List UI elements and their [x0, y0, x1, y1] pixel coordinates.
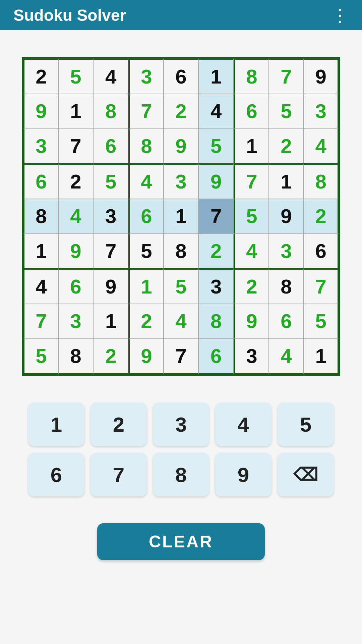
grid-cell[interactable]: 4	[93, 58, 128, 94]
grid-cell[interactable]: 1	[58, 94, 94, 128]
grid-cell[interactable]: 3	[23, 129, 58, 163]
grid-cell[interactable]: 3	[58, 304, 94, 338]
grid-cell[interactable]: 7	[128, 94, 164, 128]
grid-cell[interactable]: 2	[198, 234, 234, 268]
numpad-btn-3[interactable]: 3	[153, 402, 209, 446]
grid-cell[interactable]: 6	[23, 163, 58, 199]
grid-cell[interactable]: 7	[164, 339, 199, 374]
grid-cell[interactable]: 3	[234, 339, 269, 374]
grid-cell[interactable]: 7	[304, 268, 339, 304]
numpad-btn-5[interactable]: 5	[278, 402, 334, 446]
grid-cell[interactable]: 6	[58, 268, 94, 304]
app-title: Sudoku Solver	[13, 6, 126, 24]
grid-cell[interactable]: 1	[234, 129, 269, 163]
grid-cell[interactable]: 9	[234, 304, 269, 338]
grid-cell[interactable]: 2	[234, 268, 269, 304]
grid-cell[interactable]: 8	[58, 339, 94, 374]
grid-cell[interactable]: 7	[198, 199, 234, 233]
grid-cell[interactable]: 5	[198, 129, 234, 163]
numpad: 12345 6789⌫	[22, 402, 340, 496]
grid-cell[interactable]: 1	[304, 339, 339, 374]
grid-cell[interactable]: 4	[58, 199, 94, 233]
grid-cell[interactable]: 7	[58, 129, 94, 163]
app-header: Sudoku Solver ⋮	[0, 0, 362, 30]
grid-cell[interactable]: 1	[128, 268, 164, 304]
numpad-btn-8[interactable]: 8	[153, 453, 209, 496]
grid-cell[interactable]: 5	[58, 58, 94, 94]
grid-cell[interactable]: 2	[269, 129, 304, 163]
grid-cell[interactable]: 8	[128, 129, 164, 163]
numpad-backspace-btn[interactable]: ⌫	[278, 453, 334, 496]
grid-cell[interactable]: 2	[128, 304, 164, 338]
numpad-btn-4[interactable]: 4	[215, 402, 272, 446]
grid-cell[interactable]: 5	[234, 199, 269, 233]
grid-cell[interactable]: 4	[198, 94, 234, 128]
grid-cell[interactable]: 8	[93, 94, 128, 128]
grid-cell[interactable]: 8	[198, 304, 234, 338]
grid-cell[interactable]: 2	[23, 58, 58, 94]
grid-cell[interactable]: 2	[58, 163, 94, 199]
grid-cell[interactable]: 1	[269, 163, 304, 199]
grid-cell[interactable]: 7	[269, 58, 304, 94]
grid-cell[interactable]: 9	[304, 58, 339, 94]
grid-cell[interactable]: 5	[93, 163, 128, 199]
grid-cell[interactable]: 3	[164, 163, 199, 199]
grid-cell[interactable]: 3	[128, 58, 164, 94]
grid-cell[interactable]: 1	[198, 58, 234, 94]
grid-cell[interactable]: 3	[304, 94, 339, 128]
numpad-btn-2[interactable]: 2	[90, 402, 147, 446]
grid-cell[interactable]: 7	[23, 304, 58, 338]
grid-cell[interactable]: 6	[234, 94, 269, 128]
grid-cell[interactable]: 9	[128, 339, 164, 374]
grid-cell[interactable]: 2	[93, 339, 128, 374]
grid-cell[interactable]: 5	[304, 304, 339, 338]
grid-cell[interactable]: 3	[93, 199, 128, 233]
grid-cell[interactable]: 4	[234, 234, 269, 268]
grid-cell[interactable]: 4	[128, 163, 164, 199]
grid-cell[interactable]: 1	[23, 234, 58, 268]
grid-cell[interactable]: 5	[164, 268, 199, 304]
grid-cell[interactable]: 7	[234, 163, 269, 199]
grid-cell[interactable]: 6	[93, 129, 128, 163]
main-content: 2543618799187246533768951246254397188436…	[0, 30, 362, 560]
grid-cell[interactable]: 9	[164, 129, 199, 163]
numpad-btn-7[interactable]: 7	[90, 453, 147, 496]
grid-cell[interactable]: 9	[198, 163, 234, 199]
grid-cell[interactable]: 1	[164, 199, 199, 233]
grid-cell[interactable]: 8	[23, 199, 58, 233]
grid-cell[interactable]: 8	[234, 58, 269, 94]
grid-cell[interactable]: 9	[269, 199, 304, 233]
grid-cell[interactable]: 8	[304, 163, 339, 199]
grid-cell[interactable]: 7	[93, 234, 128, 268]
numpad-btn-9[interactable]: 9	[215, 453, 272, 496]
clear-button[interactable]: CLEAR	[97, 523, 265, 560]
grid-cell[interactable]: 4	[23, 268, 58, 304]
numpad-row-1: 12345	[22, 402, 340, 446]
grid-cell[interactable]: 8	[164, 234, 199, 268]
grid-cell[interactable]: 6	[269, 304, 304, 338]
grid-cell[interactable]: 5	[269, 94, 304, 128]
grid-cell[interactable]: 6	[164, 58, 199, 94]
grid-cell[interactable]: 6	[304, 234, 339, 268]
grid-cell[interactable]: 9	[23, 94, 58, 128]
grid-cell[interactable]: 2	[304, 199, 339, 233]
grid-cell[interactable]: 6	[198, 339, 234, 374]
grid-cell[interactable]: 4	[164, 304, 199, 338]
grid-cell[interactable]: 4	[269, 339, 304, 374]
grid-cell[interactable]: 4	[304, 129, 339, 163]
grid-cell[interactable]: 5	[128, 234, 164, 268]
more-options-icon[interactable]: ⋮	[331, 5, 349, 25]
backspace-icon: ⌫	[293, 465, 318, 485]
grid-cell[interactable]: 1	[93, 304, 128, 338]
grid-cell[interactable]: 2	[164, 94, 199, 128]
grid-cell[interactable]: 9	[58, 234, 94, 268]
numpad-row-2: 6789⌫	[22, 453, 340, 496]
grid-cell[interactable]: 9	[93, 268, 128, 304]
grid-cell[interactable]: 8	[269, 268, 304, 304]
grid-cell[interactable]: 6	[128, 199, 164, 233]
grid-cell[interactable]: 5	[23, 339, 58, 374]
numpad-btn-1[interactable]: 1	[28, 402, 84, 446]
numpad-btn-6[interactable]: 6	[28, 453, 84, 496]
grid-cell[interactable]: 3	[269, 234, 304, 268]
grid-cell[interactable]: 3	[198, 268, 234, 304]
